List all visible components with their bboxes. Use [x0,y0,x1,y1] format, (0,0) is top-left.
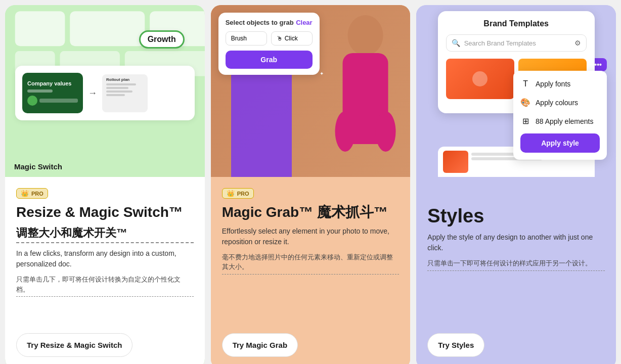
no-pro-spacer [427,188,605,200]
grab-modal-title-text: Select objects to grab [226,19,294,26]
apply-colours-item[interactable]: 🎨 Apply colours [513,93,607,112]
doc-transform-row: Company values → Rollout plan [22,73,188,113]
svg-point-6 [348,15,383,56]
template-thumb-1 [446,59,514,99]
brand-templates-title: Brand Templates [446,19,587,28]
cards-container: Growth Company values → Rollout pl [5,5,616,364]
growth-badge: Growth [139,30,185,49]
grab-clear-btn[interactable]: Clear [296,19,313,26]
card-resize-content: 👑 PRO Resize & Magic Switch™ 调整大小和魔术开关™ … [5,177,205,364]
sparkle-3: ✦ [320,71,324,76]
pro-badge-grab: 👑 PRO [222,188,254,199]
grab-modal: Select objects to grab Clear Brush 🖱 Cli… [218,13,320,75]
card-grab-desc-zh: 毫不费力地选择照片中的任何元素来移动、重新定位或调整其大小。 [222,252,400,275]
card-styles-title: Styles [427,205,605,227]
svg-point-8 [335,111,356,152]
magic-switch-label: Magic Switch [14,162,62,171]
fonts-icon: T [520,79,530,88]
svg-point-9 [376,111,396,152]
apply-elements-item[interactable]: ⊞ 88 Apply elements [513,112,607,130]
card-grab-preview: ✦ ✦ ✦ Select objects to grab Clear Brush… [211,5,411,177]
grab-button[interactable]: Grab [226,51,313,69]
dropdown-menu: T Apply fonts 🎨 Apply colours ⊞ 88 Apply… [513,71,607,160]
card-styles-desc-en: Apply the style of any design to another… [427,232,605,253]
card-resize-title-en: Resize & Magic Switch™ [16,204,194,221]
doc-white: Rollout plan [102,74,148,112]
grab-modal-title-row: Select objects to grab Clear [226,19,313,26]
svg-rect-0 [15,11,65,46]
card-resize-preview: Growth Company values → Rollout pl [5,5,205,177]
brand-search-placeholder: Search Brand Templates [464,39,570,47]
card-grab-desc-en: Effortlessly select any element in your … [222,226,400,247]
card-resize: Growth Company values → Rollout pl [5,5,205,364]
elements-icon: ⊞ [520,116,530,126]
brand-search-row: 🔍 Search Brand Templates ⚙ [446,34,587,52]
try-styles-button[interactable]: Try Styles [427,333,484,357]
card-styles-preview: Brand Templates 🔍 Search Brand Templates… [416,5,616,177]
grab-tools-row: Brush 🖱 Click [226,31,313,46]
click-icon: 🖱 [277,35,283,42]
doc-green: Company values [22,73,83,113]
try-resize-button[interactable]: Try Resize & Magic Switch [16,333,132,357]
pro-badge-resize: 👑 PRO [16,188,48,199]
card-styles: Brand Templates 🔍 Search Brand Templates… [416,5,616,364]
crown-icon: 👑 [21,190,29,197]
brand-red-card [443,151,468,173]
card-resize-title-zh: 调整大小和魔术开关™ [16,226,194,244]
apply-fonts-item[interactable]: T Apply fonts [513,75,607,93]
card-resize-desc-zh: 只需单击几下，即可将任何设计转换为自定义的个性化文档。 [16,275,194,297]
brush-tool-btn[interactable]: Brush [226,31,267,46]
card-styles-desc-zh: 只需单击一下即可将任何设计的样式应用于另一个设计。 [427,258,605,271]
search-icon: 🔍 [452,39,460,47]
card-grab: ✦ ✦ ✦ Select objects to grab Clear Brush… [211,5,411,364]
click-tool-btn[interactable]: 🖱 Click [271,31,313,46]
filter-icon: ⚙ [574,39,581,47]
colours-icon: 🎨 [520,98,530,107]
svg-rect-1 [70,11,145,46]
try-grab-button[interactable]: Try Magic Grab [222,333,298,357]
card-grab-title-en: Magic Grab™ 魔术抓斗™ [222,204,400,221]
magic-switch-inner-card: Company values → Rollout plan [15,66,195,120]
card-resize-desc-en: In a few clicks, transform any design in… [16,248,194,269]
card-grab-content: 👑 PRO Magic Grab™ 魔术抓斗™ Effortlessly sel… [211,177,411,364]
arrow-right-icon: → [88,88,97,99]
card-styles-content: Styles Apply the style of any design to … [416,177,616,364]
crown-icon-2: 👑 [227,190,235,197]
apply-style-dropdown-btn[interactable]: Apply style [520,133,600,153]
